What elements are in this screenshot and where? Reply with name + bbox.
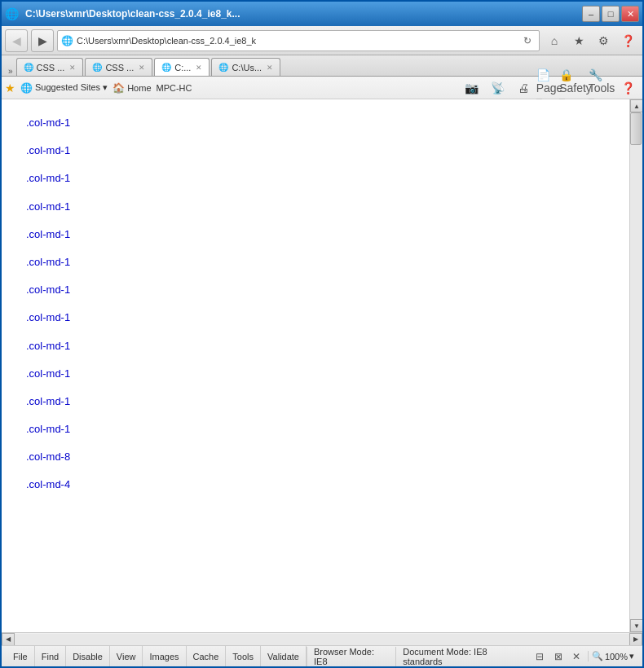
- zoom-level: 100%: [605, 652, 628, 661]
- tab-close-2[interactable]: ✕: [139, 64, 145, 72]
- address-favicon: 🌐: [61, 35, 73, 46]
- css-item-13: .col-md-4: [18, 471, 613, 499]
- scroll-thumb[interactable]: [630, 112, 642, 145]
- css-item-9: .col-md-1: [18, 360, 613, 388]
- vertical-scrollbar[interactable]: ▲ ▼: [629, 99, 642, 632]
- bookmark-icon-home: 🏠: [112, 82, 125, 94]
- tab-1[interactable]: 🌐 CSS ... ✕: [16, 58, 84, 76]
- status-images[interactable]: Images: [143, 646, 186, 666]
- navigation-bar: ◀ ▶ 🌐 C:\Users\xmr\Desktop\clean-css_2.0…: [2, 26, 642, 55]
- zoom-control[interactable]: 🔍 100% ▾: [588, 651, 637, 661]
- back-button[interactable]: ◀: [5, 29, 28, 52]
- toolbar-camera-button[interactable]: 📷: [460, 77, 483, 99]
- tab-favicon-4: 🌐: [218, 63, 228, 73]
- tab-close-4[interactable]: ✕: [267, 64, 273, 72]
- css-item-5: .col-md-1: [18, 248, 613, 276]
- bookmarks-bar: ★ 🌐 Suggested Sites ▾ 🏠 Home MPC-HC 📷 📡 …: [2, 77, 642, 99]
- toolbar-right: 📷 📡 🖨 📄 Page ▾ 🔒 Safety ▾ 🔧 Tools ▾ ❓: [460, 77, 639, 99]
- refresh-button[interactable]: ↻: [519, 33, 536, 49]
- bookmark-star-icon: ★: [5, 81, 15, 94]
- bookmark-label-mpc-hc: MPC-HC: [157, 83, 192, 93]
- horizontal-scrollbar[interactable]: ◀ ▶: [2, 632, 642, 645]
- scroll-down-arrow[interactable]: ▼: [630, 619, 642, 632]
- status-disable[interactable]: Disable: [66, 646, 110, 666]
- status-close[interactable]: ✕: [569, 648, 584, 665]
- hscroll-right-arrow[interactable]: ▶: [629, 633, 642, 646]
- bookmark-suggested-sites[interactable]: 🌐 Suggested Sites ▾: [20, 82, 108, 94]
- tab-favicon-3: 🌐: [161, 63, 171, 73]
- document-mode: Document Mode: IE8 standards: [395, 647, 528, 666]
- safety-button[interactable]: 🔒 Safety ▾: [564, 77, 587, 99]
- tab-label-3: C:...: [174, 63, 191, 73]
- tab-label-1: CSS ...: [37, 63, 65, 73]
- window-controls: – □ ✕: [582, 6, 639, 22]
- css-item-10: .col-md-1: [18, 388, 613, 415]
- close-button[interactable]: ✕: [621, 6, 639, 22]
- status-file[interactable]: File: [7, 646, 35, 666]
- browser-mode: Browser Mode: IE8: [307, 647, 392, 666]
- maximize-button[interactable]: □: [602, 6, 620, 22]
- css-item-1: .col-md-1: [18, 137, 613, 165]
- css-item-8: .col-md-1: [18, 332, 613, 360]
- tab-favicon-2: 🌐: [92, 63, 102, 73]
- tab-2[interactable]: 🌐 CSS ... ✕: [85, 58, 152, 76]
- status-right: Browser Mode: IE8 Document Mode: IE8 sta…: [307, 647, 637, 666]
- tab-favicon-1: 🌐: [24, 63, 33, 73]
- status-validate[interactable]: Validate: [261, 646, 307, 666]
- css-item-2: .col-md-1: [18, 165, 613, 192]
- favorites-button[interactable]: ★: [567, 29, 590, 52]
- title-bar: 🌐 C:\Users\xmr\Desktop\clean-css_2.0.4_i…: [2, 2, 642, 26]
- status-icon-2[interactable]: ⊠: [550, 648, 566, 665]
- status-view[interactable]: View: [110, 646, 143, 666]
- tools-menu-button[interactable]: 🔧 Tools ▾: [590, 77, 613, 99]
- hscroll-track[interactable]: [15, 634, 629, 645]
- minimize-button[interactable]: –: [582, 6, 600, 22]
- tab-label-4: C:\Us...: [232, 63, 262, 73]
- address-bar[interactable]: 🌐 C:\Users\xmr\Desktop\clean-css_2.0.4_i…: [57, 30, 540, 51]
- css-item-11: .col-md-1: [18, 415, 613, 443]
- status-tools[interactable]: Tools: [226, 646, 261, 666]
- status-find[interactable]: Find: [35, 646, 66, 666]
- home-button[interactable]: ⌂: [543, 29, 566, 52]
- main-content: .col-md-1.col-md-1.col-md-1.col-md-1.col…: [2, 99, 629, 632]
- help-menu-button[interactable]: ❓: [616, 77, 639, 99]
- bookmark-icon-suggested: 🌐: [20, 82, 33, 94]
- browser-icon: 🌐: [5, 7, 19, 20]
- css-item-3: .col-md-1: [18, 193, 613, 221]
- css-item-6: .col-md-1: [18, 276, 613, 304]
- toolbar-print-button[interactable]: 🖨: [512, 77, 535, 99]
- status-cache[interactable]: Cache: [187, 646, 227, 666]
- tab-close-1[interactable]: ✕: [69, 64, 76, 72]
- scroll-track[interactable]: [630, 112, 642, 619]
- tools-button[interactable]: ⚙: [592, 29, 615, 52]
- status-bar: File Find Disable View Images Cache Tool…: [2, 645, 642, 666]
- tabs-more-button[interactable]: »: [5, 67, 16, 76]
- content-wrapper: .col-md-1.col-md-1.col-md-1.col-md-1.col…: [2, 99, 642, 632]
- bookmark-label-home: Home: [127, 83, 151, 93]
- bookmark-label-suggested: Suggested Sites ▾: [35, 82, 108, 93]
- tab-3[interactable]: 🌐 C:... ✕: [154, 58, 210, 76]
- forward-button[interactable]: ▶: [31, 29, 54, 52]
- bookmark-mpc-hc[interactable]: MPC-HC: [157, 83, 192, 93]
- css-item-4: .col-md-1: [18, 221, 613, 248]
- tab-4[interactable]: 🌐 C:\Us... ✕: [211, 58, 280, 76]
- css-item-12: .col-md-8: [18, 443, 613, 471]
- scroll-up-arrow[interactable]: ▲: [630, 99, 642, 112]
- css-item-0: .col-md-1: [18, 109, 613, 137]
- bookmark-home[interactable]: 🏠 Home: [112, 82, 151, 94]
- address-text: C:\Users\xmr\Desktop\clean-css_2.0.4_ie8…: [77, 36, 516, 46]
- tab-label-2: CSS ...: [105, 63, 134, 73]
- browser-window: 🌐 C:\Users\xmr\Desktop\clean-css_2.0.4_i…: [0, 0, 644, 668]
- toolbar-rss-button[interactable]: 📡: [486, 77, 509, 99]
- nav-right-buttons: ⌂ ★ ⚙ ❓: [543, 29, 639, 52]
- tab-close-3[interactable]: ✕: [196, 64, 202, 72]
- zoom-icon: 🔍: [592, 651, 603, 661]
- hscroll-left-arrow[interactable]: ◀: [2, 633, 15, 646]
- help-button[interactable]: ❓: [616, 29, 639, 52]
- css-item-7: .col-md-1: [18, 304, 613, 332]
- window-title: C:\Users\xmr\Desktop\clean-css_2.0.4_ie8…: [22, 8, 579, 20]
- status-icon-1[interactable]: ⊟: [532, 648, 547, 665]
- zoom-dropdown-icon[interactable]: ▾: [629, 651, 634, 661]
- page-button[interactable]: 📄 Page ▾: [538, 77, 561, 99]
